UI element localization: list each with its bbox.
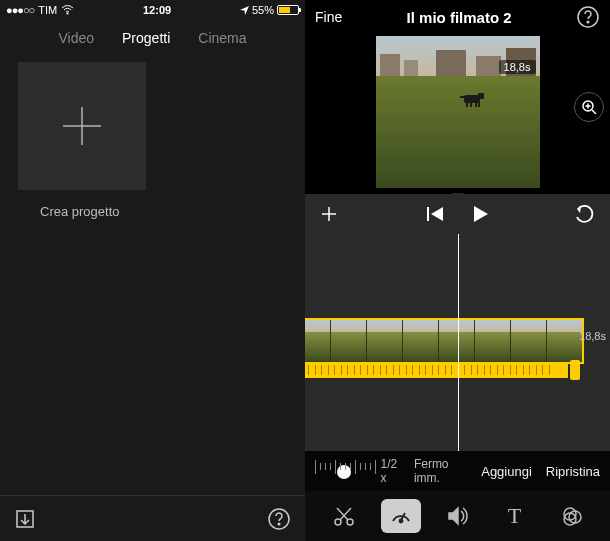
speed-value: 1/2 x [381,457,404,485]
scissors-tool[interactable] [324,499,364,533]
library-screen: ●●●○○ TIM 12:09 55% Video Progetti Cinem… [0,0,305,541]
filters-tool[interactable] [552,499,592,533]
playhead-marker-icon [452,193,464,202]
tab-progetti[interactable]: Progetti [122,30,170,46]
video-clip[interactable] [305,320,582,362]
freeze-add-button[interactable]: Aggiungi [481,464,532,479]
preview-duration-badge: 18,8s [499,60,536,74]
zoom-button[interactable] [574,92,604,122]
plus-icon [57,101,107,151]
svg-rect-15 [427,207,429,221]
wifi-icon [61,5,74,15]
undo-button[interactable] [574,205,596,223]
location-icon [240,6,249,15]
create-project-tile[interactable] [18,62,146,190]
titles-tool[interactable]: T [495,499,535,533]
audio-trim-handle[interactable] [570,360,580,380]
battery-icon [277,5,299,15]
status-left: ●●●○○ TIM [6,4,74,16]
add-media-button[interactable] [319,204,339,224]
tab-video[interactable]: Video [58,30,94,46]
volume-tool[interactable] [438,499,478,533]
editor-screen: Fine Il mio filmato 2 18,8s [305,0,610,541]
tab-cinema[interactable]: Cinema [198,30,246,46]
preview-frame: 18,8s [376,36,540,188]
svg-point-5 [269,509,289,529]
signal-dots-icon: ●●●○○ [6,4,34,16]
svg-point-0 [67,13,69,15]
speed-tool[interactable] [381,499,421,533]
export-button[interactable] [14,508,36,530]
carrier-label: TIM [38,4,57,16]
transport-bar [305,194,610,234]
speed-slider[interactable] [315,459,371,483]
create-project-label: Crea progetto [40,204,305,219]
svg-marker-16 [431,207,443,221]
svg-line-10 [592,110,596,114]
timeline[interactable]: 18,8s [305,234,610,451]
library-tabs: Video Progetti Cinema [0,20,305,58]
svg-marker-17 [474,206,488,222]
play-button[interactable] [473,205,489,223]
library-footer [0,495,305,541]
svg-point-7 [578,7,598,27]
clock-label: 12:09 [143,4,171,16]
done-button[interactable]: Fine [315,9,342,25]
status-right: 55% [240,4,299,16]
svg-marker-24 [449,508,458,524]
help-button[interactable] [267,507,291,531]
freeze-frame-label: Fermo imm. [414,457,471,485]
speed-reset-button[interactable]: Ripristina [546,464,600,479]
help-button[interactable] [576,5,600,29]
video-preview[interactable]: 18,8s [305,34,610,194]
status-bar: ●●●○○ TIM 12:09 55% [0,0,305,20]
project-title: Il mio filmato 2 [342,9,576,26]
svg-point-8 [587,21,589,23]
preview-subject [462,92,484,106]
playhead[interactable] [458,234,459,451]
speed-controls: 1/2 x Fermo imm. Aggiungi Ripristina [305,451,610,491]
clip-duration: 18,8s [579,330,606,342]
editor-header: Fine Il mio filmato 2 [305,0,610,34]
audio-track[interactable] [305,362,568,378]
battery-pct-label: 55% [252,4,274,16]
svg-point-6 [278,523,280,525]
svg-point-23 [399,520,402,523]
tool-dock: T [305,491,610,541]
go-to-start-button[interactable] [427,206,445,222]
